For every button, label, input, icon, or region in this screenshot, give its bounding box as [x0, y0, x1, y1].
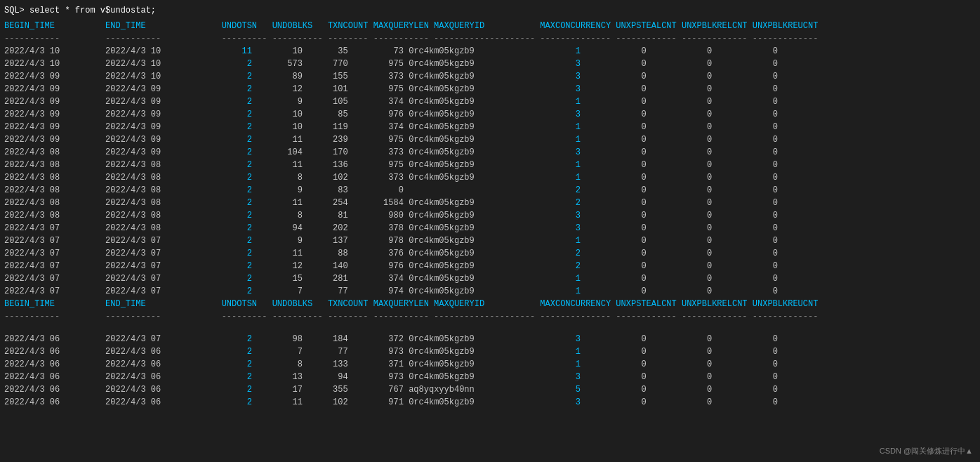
column-header-1: BEGIN_TIME END_TIME UNDOTSN UNDOBLKS TXN…: [4, 20, 976, 32]
table-row: 2022/4/3 07 2022/4/3 07 2 12 140 976 0rc…: [4, 260, 976, 272]
table-row: 2022/4/3 10 2022/4/3 10 11 10 35 73 0rc4…: [4, 45, 976, 58]
table-row: 2022/4/3 09 2022/4/3 09 2 11 239 975 0rc…: [4, 133, 976, 146]
terminal: SQL> select * from v$undostat; BEGIN_TIM…: [0, 0, 980, 462]
data-rows-group2: 2022/4/3 06 2022/4/3 07 2 98 184 372 0rc…: [4, 333, 976, 409]
table-row: 2022/4/3 10 2022/4/3 10 2 573 770 975 0r…: [4, 58, 976, 70]
table-row: 2022/4/3 07 2022/4/3 07 2 11 88 376 0rc4…: [4, 247, 976, 260]
table-row: 2022/4/3 08 2022/4/3 08 2 8 81 980 0rc4k…: [4, 209, 976, 222]
watermark: CSDN @闯关修炼进行中▲: [880, 446, 973, 456]
sql-command: SQL> select * from v$undostat;: [4, 6, 976, 15]
table-row: 2022/4/3 07 2022/4/3 07 2 9 137 978 0rc4…: [4, 235, 976, 247]
data-rows-group1: 2022/4/3 10 2022/4/3 10 11 10 35 73 0rc4…: [4, 45, 976, 298]
table-row: 2022/4/3 08 2022/4/3 08 2 11 136 975 0rc…: [4, 159, 976, 171]
table-row: 2022/4/3 07 2022/4/3 07 2 15 281 374 0rc…: [4, 272, 976, 285]
table-row: 2022/4/3 06 2022/4/3 06 2 11 102 971 0rc…: [4, 396, 976, 409]
table-row: 2022/4/3 09 2022/4/3 09 2 12 101 975 0rc…: [4, 83, 976, 95]
table-row: 2022/4/3 08 2022/4/3 08 2 11 254 1584 0r…: [4, 197, 976, 209]
divider-2: ----------- ----------- --------- ------…: [4, 310, 976, 323]
table-row: 2022/4/3 09 2022/4/3 09 2 10 119 374 0rc…: [4, 121, 976, 133]
table-row: 2022/4/3 06 2022/4/3 07 2 98 184 372 0rc…: [4, 333, 976, 345]
column-header-2: BEGIN_TIME END_TIME UNDOTSN UNDOBLKS TXN…: [4, 298, 976, 310]
table-row: 2022/4/3 06 2022/4/3 06 2 8 133 371 0rc4…: [4, 358, 976, 371]
table-row: 2022/4/3 08 2022/4/3 09 2 104 170 373 0r…: [4, 146, 976, 159]
table-row: 2022/4/3 09 2022/4/3 09 2 10 85 976 0rc4…: [4, 108, 976, 121]
table-row: 2022/4/3 09 2022/4/3 10 2 89 155 373 0rc…: [4, 70, 976, 83]
table-row: 2022/4/3 06 2022/4/3 06 2 7 77 973 0rc4k…: [4, 345, 976, 358]
table-row: 2022/4/3 08 2022/4/3 08 2 9 83 0 2 0 0 0: [4, 184, 976, 197]
table-row: 2022/4/3 08 2022/4/3 08 2 8 102 373 0rc4…: [4, 171, 976, 184]
table-row: 2022/4/3 06 2022/4/3 06 2 17 355 767 aq8…: [4, 383, 976, 396]
divider-1: ----------- ----------- --------- ------…: [4, 32, 976, 45]
table-row: 2022/4/3 06 2022/4/3 06 2 13 94 973 0rc4…: [4, 371, 976, 383]
table-row: 2022/4/3 09 2022/4/3 09 2 9 105 374 0rc4…: [4, 95, 976, 108]
table-row: 2022/4/3 07 2022/4/3 08 2 94 202 378 0rc…: [4, 222, 976, 235]
table-row: 2022/4/3 07 2022/4/3 07 2 7 77 974 0rc4k…: [4, 285, 976, 298]
